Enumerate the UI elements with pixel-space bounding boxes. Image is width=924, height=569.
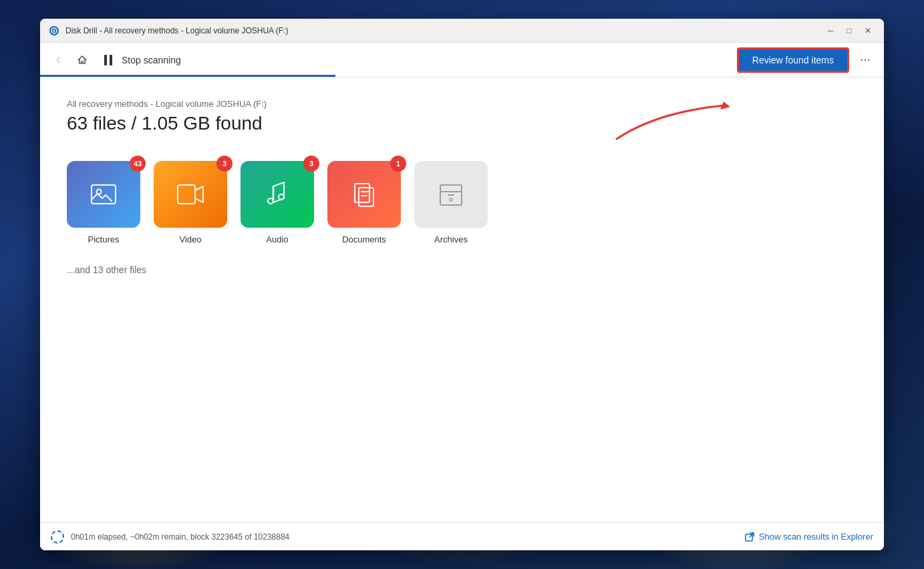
window-controls: ─ □ ✕ <box>822 24 876 37</box>
category-documents[interactable]: 1 Documents <box>327 161 401 244</box>
documents-icon-bg: 1 <box>327 161 401 228</box>
svg-point-2 <box>53 29 55 31</box>
archives-icon-bg <box>414 161 488 228</box>
svg-rect-11 <box>355 184 369 202</box>
show-scan-results-button[interactable]: Show scan results in Explorer <box>744 532 873 542</box>
other-files-text: ...and 13 other files <box>67 264 857 275</box>
svg-point-15 <box>450 198 452 201</box>
video-icon-bg: 3 <box>154 161 227 228</box>
review-found-items-button[interactable]: Review found items <box>737 47 849 73</box>
close-button[interactable]: ✕ <box>860 24 876 37</box>
svg-rect-8 <box>178 185 195 204</box>
pause-icon <box>100 52 116 68</box>
main-content: All recovery methods - Logical volume JO… <box>40 77 884 522</box>
video-label: Video <box>179 234 201 244</box>
maximize-button[interactable]: □ <box>841 24 857 37</box>
scan-title: 63 files / 1.05 GB found <box>67 113 857 134</box>
nav-buttons <box>48 50 92 70</box>
category-audio[interactable]: 3 Audio <box>241 161 314 244</box>
archives-label: Archives <box>434 234 468 244</box>
documents-badge: 1 <box>390 156 406 172</box>
status-bar: 0h01m elapsed, ~0h02m remain, block 3223… <box>40 522 884 550</box>
external-link-icon <box>744 532 755 542</box>
pictures-badge: 43 <box>130 156 146 172</box>
video-badge: 3 <box>216 156 233 172</box>
svg-rect-3 <box>104 55 107 65</box>
pictures-label: Pictures <box>88 234 120 244</box>
category-pictures[interactable]: 43 Pictures <box>67 161 140 244</box>
main-window: Disk Drill - All recovery methods - Logi… <box>40 19 884 550</box>
back-button[interactable] <box>48 50 68 70</box>
minimize-button[interactable]: ─ <box>822 24 838 37</box>
pictures-icon-bg: 43 <box>67 161 140 228</box>
svg-rect-12 <box>359 188 373 206</box>
app-icon <box>48 25 60 37</box>
documents-label: Documents <box>342 234 386 244</box>
scan-spinner <box>51 530 64 544</box>
stop-scanning-button[interactable]: Stop scanning <box>122 55 181 65</box>
toolbar-right: Review found items ··· <box>737 47 876 73</box>
more-options-button[interactable]: ··· <box>855 49 876 71</box>
svg-rect-4 <box>110 55 112 65</box>
home-button[interactable] <box>72 50 92 70</box>
toolbar: Stop scanning Review found items ··· <box>40 43 884 77</box>
audio-icon-bg: 3 <box>241 161 314 228</box>
category-video[interactable]: 3 Video <box>154 161 227 244</box>
category-archives[interactable]: Archives <box>414 161 488 244</box>
svg-rect-13 <box>440 185 462 192</box>
audio-badge: 3 <box>303 156 319 172</box>
categories-list: 43 Pictures 3 Vi <box>67 161 857 244</box>
title-bar-text: Disk Drill - All recovery methods - Logi… <box>65 26 822 35</box>
scan-progress-bar <box>40 75 335 77</box>
status-text: 0h01m elapsed, ~0h02m remain, block 3223… <box>71 532 744 542</box>
audio-label: Audio <box>266 234 288 244</box>
scan-subtitle: All recovery methods - Logical volume JO… <box>67 99 857 109</box>
show-results-label: Show scan results in Explorer <box>759 532 873 542</box>
title-bar: Disk Drill - All recovery methods - Logi… <box>40 19 884 43</box>
